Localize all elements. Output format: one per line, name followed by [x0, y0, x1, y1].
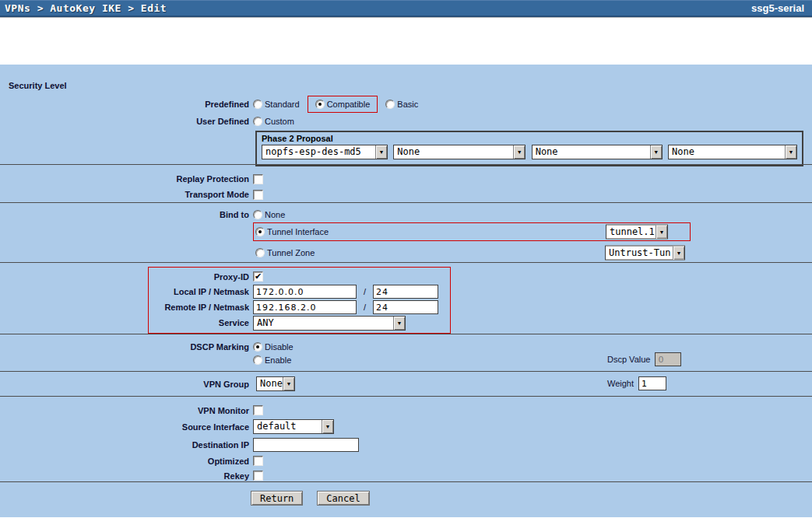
phase2-proposal-select-2[interactable]: None ▼ [393, 145, 526, 159]
optimized-row: Optimized [0, 453, 812, 468]
vpn-group-label: VPN Group [0, 380, 253, 389]
weight-input[interactable] [638, 376, 666, 390]
replay-protection-label: Replay Protection [0, 174, 253, 184]
local-netmask-input[interactable] [373, 285, 438, 299]
basic-radio-label[interactable]: Basic [395, 100, 418, 109]
dscp-value-input [655, 352, 681, 366]
chevron-down-icon[interactable]: ▼ [322, 420, 333, 433]
phase2-proposal-select-1[interactable]: nopfs-esp-des-md5 ▼ [262, 145, 388, 159]
weight-field: Weight [607, 376, 666, 390]
dscp-enable-radio-label[interactable]: Enable [262, 355, 291, 365]
dscp-disable-radio[interactable] [253, 342, 262, 352]
transport-mode-checkbox[interactable] [253, 190, 263, 200]
chevron-down-icon[interactable]: ▼ [673, 247, 684, 260]
chevron-down-icon[interactable]: ▼ [393, 317, 405, 330]
tunnel-zone-select[interactable]: Untrust-Tun ▼ [605, 246, 685, 261]
remote-ip-netmask-label: Remote IP / Netmask [149, 303, 253, 312]
transport-mode-label: Transport Mode [0, 190, 253, 199]
phase2-proposal-select-1-value: nopfs-esp-des-md5 [262, 145, 375, 159]
custom-radio-label[interactable]: Custom [262, 117, 294, 126]
dscp-enable-radio[interactable] [253, 355, 262, 365]
dscp-value-field: Dscp Value [607, 352, 681, 366]
transport-mode-row: Transport Mode [0, 187, 812, 202]
title-bar: VPNs > AutoKey IKE > Edit ssg5-serial [0, 0, 812, 17]
chevron-down-icon[interactable]: ▼ [650, 145, 662, 159]
vpn-monitor-checkbox[interactable] [253, 405, 263, 415]
tunnel-interface-select-value: tunnel.1 [606, 226, 656, 239]
compatible-highlight-box: Compatible [308, 96, 378, 113]
source-interface-label: Source Interface [0, 422, 253, 432]
optimized-label: Optimized [0, 457, 253, 466]
bind-none-radio-label[interactable]: None [262, 210, 285, 219]
tunnel-interface-highlight-box: Tunnel Interface tunnel.1 ▼ [253, 222, 691, 241]
destination-ip-input[interactable] [253, 438, 359, 452]
service-row: Service ANY ▼ [149, 315, 450, 331]
bind-tunnel-interface-row: Tunnel Interface tunnel.1 ▼ [0, 222, 812, 242]
basic-radio[interactable] [385, 100, 395, 109]
phase2-proposal-box: Phase 2 Proposal nopfs-esp-des-md5 ▼ Non… [255, 131, 803, 166]
bind-tunnel-zone-row: Tunnel Zone Untrust-Tun ▼ [0, 243, 812, 262]
phase2-proposal-title: Phase 2 Proposal [262, 134, 797, 143]
remote-ip-input[interactable] [253, 300, 357, 314]
proxy-id-highlight-box: Proxy-ID Local IP / Netmask / Remote IP … [148, 267, 451, 334]
custom-radio[interactable] [253, 117, 262, 126]
remote-slash-separator: / [357, 303, 373, 312]
remote-netmask-input[interactable] [373, 300, 438, 314]
bind-to-label: Bind to [0, 210, 253, 219]
tunnel-interface-radio[interactable] [255, 227, 265, 236]
security-level-heading: Security Level [9, 81, 812, 92]
optimized-checkbox[interactable] [253, 456, 263, 466]
user-defined-row: User Defined Custom [0, 114, 812, 129]
proxy-id-checkbox[interactable] [253, 271, 263, 282]
dscp-disable-radio-label[interactable]: Disable [262, 342, 294, 352]
bind-to-none-row: Bind to None [0, 208, 812, 222]
tunnel-interface-select[interactable]: tunnel.1 ▼ [606, 225, 668, 240]
tunnel-zone-radio[interactable] [255, 248, 265, 257]
compatible-radio-label[interactable]: Compatible [325, 100, 371, 109]
standard-radio[interactable] [253, 100, 262, 109]
chevron-down-icon[interactable]: ▼ [656, 226, 667, 239]
source-interface-select[interactable]: default ▼ [253, 419, 334, 434]
tunnel-zone-radio-label[interactable]: Tunnel Zone [265, 248, 315, 257]
chevron-down-icon[interactable]: ▼ [375, 145, 387, 159]
vpn-monitor-row: VPN Monitor [0, 403, 812, 418]
section-security-level: Security Level Predefined Standard Compa… [0, 65, 812, 164]
dscp-disable-row: DSCP Marking Disable [0, 340, 812, 353]
return-button[interactable]: Return [251, 491, 303, 506]
service-select[interactable]: ANY ▼ [253, 316, 406, 331]
source-interface-row: Source Interface default ▼ [0, 418, 812, 436]
section-bind-to: Bind to None Tunnel Interface tunnel.1 ▼… [0, 202, 812, 262]
form-area: Security Level Predefined Standard Compa… [0, 65, 812, 517]
local-slash-separator: / [357, 287, 373, 296]
dscp-enable-row: Enable [0, 353, 812, 366]
rekey-checkbox[interactable] [253, 471, 263, 481]
phase2-proposal-select-2-value: None [394, 145, 513, 159]
breadcrumb[interactable]: VPNs > AutoKey IKE > Edit [5, 2, 167, 14]
chevron-down-icon[interactable]: ▼ [785, 145, 796, 159]
cancel-button[interactable]: Cancel [317, 491, 369, 506]
remote-ip-row: Remote IP / Netmask / [149, 299, 450, 315]
user-defined-label: User Defined [0, 117, 253, 126]
tunnel-interface-radio-label[interactable]: Tunnel Interface [265, 227, 329, 236]
destination-ip-row: Destination IP [0, 436, 812, 453]
standard-radio-label[interactable]: Standard [262, 100, 300, 109]
bind-none-radio[interactable] [253, 210, 262, 219]
chevron-down-icon[interactable]: ▼ [513, 145, 525, 159]
section-mode-flags: Replay Protection Transport Mode [0, 164, 812, 202]
source-interface-select-value: default [254, 420, 322, 433]
section-proxy-id: Proxy-ID Local IP / Netmask / Remote IP … [0, 262, 812, 334]
rekey-label: Rekey [0, 471, 253, 481]
service-label: Service [149, 318, 253, 327]
phase2-proposal-select-4[interactable]: None ▼ [668, 145, 797, 159]
section-dscp-marking: DSCP Marking Disable Enable Dscp Value [0, 334, 812, 371]
chevron-down-icon[interactable]: ▼ [283, 377, 294, 390]
vpn-group-select-value: None [257, 377, 283, 390]
replay-protection-checkbox[interactable] [253, 174, 263, 184]
phase2-proposal-select-3[interactable]: None ▼ [532, 145, 663, 159]
section-actions: Return Cancel [0, 481, 812, 517]
compatible-radio[interactable] [315, 100, 325, 109]
vpn-group-select[interactable]: None ▼ [256, 376, 295, 391]
local-ip-input[interactable] [253, 285, 357, 299]
top-spacer [0, 17, 812, 65]
dscp-marking-label: DSCP Marking [0, 342, 253, 352]
